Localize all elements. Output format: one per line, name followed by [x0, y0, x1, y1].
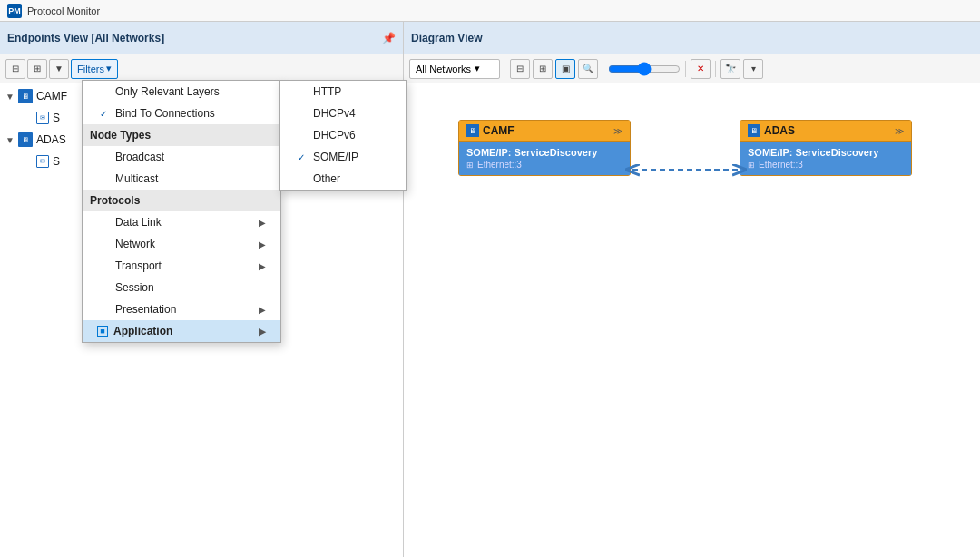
- bind-connections-label: Bind To Connections: [115, 107, 215, 120]
- menu-item-only-relevant[interactable]: Only Relevant Layers: [83, 81, 280, 103]
- menu-item-application[interactable]: ■ Application ▶: [83, 320, 280, 342]
- diagram-panel-header: Diagram View: [404, 22, 980, 54]
- menu-item-network[interactable]: Network ▶: [83, 233, 280, 255]
- endpoints-panel-header: Endpoints View [All Networks] 📌: [0, 22, 403, 54]
- someip-check: ✓: [295, 151, 308, 163]
- diagram-node-adas[interactable]: 🖥 ADAS ≫ SOME/IP: ServiceDiscovery ⊞ Eth…: [740, 120, 912, 176]
- submenu-item-dhcpv4[interactable]: DHCPv4: [280, 103, 406, 124]
- adas-expand-btn[interactable]: ≫: [895, 126, 904, 136]
- presentation-arrow-icon: ▶: [259, 305, 266, 315]
- diagram-grid-button[interactable]: ⊞: [533, 59, 553, 79]
- adas-s-expand-icon: [22, 155, 34, 168]
- only-relevant-label: Only Relevant Layers: [115, 85, 220, 98]
- submenu-item-dhcpv6[interactable]: DHCPv6: [280, 124, 406, 146]
- protocols-section-header: Protocols: [83, 190, 280, 211]
- dhcpv6-label: DHCPv6: [313, 129, 356, 142]
- submenu-item-someip[interactable]: ✓ SOME/IP: [280, 146, 406, 168]
- session-label: Session: [115, 281, 154, 294]
- data-link-check: [97, 216, 110, 229]
- adas-header-icon: 🖥: [748, 124, 760, 137]
- application-check-box: ■: [97, 326, 108, 337]
- camf-node-content: SOME/IP: ServiceDiscovery ⊞ Ethernet::3: [459, 142, 630, 175]
- close-button[interactable]: ✕: [691, 59, 710, 79]
- collapse-all-button[interactable]: ⊟: [5, 59, 25, 79]
- search-icon: 🔍: [583, 64, 593, 73]
- multicast-label: Multicast: [115, 172, 158, 185]
- application-arrow-icon: ▶: [259, 327, 266, 337]
- adas-node-header: 🖥 ADAS ≫: [740, 121, 911, 142]
- expand-all-button[interactable]: ⊞: [27, 59, 47, 79]
- camf-node-title: CAMF: [483, 124, 514, 137]
- menu-item-transport[interactable]: Transport ▶: [83, 255, 280, 277]
- adas-node-icon: 🖥: [18, 132, 33, 147]
- filters-dropdown-menu: Only Relevant Layers ✓ Bind To Connectio…: [82, 80, 281, 343]
- menu-item-multicast[interactable]: Multicast: [83, 168, 280, 190]
- right-panel: Diagram View All Networks ▾ ⊟ ⊞ ▣ 🔍: [404, 22, 980, 557]
- diagram-search-button[interactable]: 🔍: [578, 59, 598, 79]
- adas-protocol-label: SOME/IP: ServiceDiscovery: [748, 147, 904, 158]
- camf-expand-icon[interactable]: ▼: [4, 90, 16, 103]
- toolbar-separator-3: [685, 61, 686, 77]
- session-check: [97, 281, 110, 294]
- network-label: Network: [115, 238, 155, 250]
- diagram-panel-title: Diagram View: [411, 32, 482, 44]
- submenu-item-other[interactable]: Other: [280, 168, 406, 190]
- data-link-label: Data Link: [115, 216, 162, 229]
- someip-label: SOME/IP: [313, 151, 358, 163]
- menu-item-broadcast[interactable]: Broadcast: [83, 146, 280, 168]
- filters-arrow-icon: ▾: [106, 63, 112, 74]
- network-check: [97, 238, 110, 250]
- binoculars-button[interactable]: 🔭: [720, 59, 740, 79]
- menu-item-data-link[interactable]: Data Link ▶: [83, 211, 280, 233]
- filters-label: Filters: [77, 64, 104, 74]
- network-dropdown-arrow-icon: ▾: [475, 63, 480, 74]
- filter-icon-button[interactable]: ▼: [49, 59, 69, 79]
- adas-s-icon: ✉: [36, 155, 49, 168]
- binoculars-dropdown-button[interactable]: ▾: [743, 59, 763, 79]
- other-check: [295, 172, 308, 185]
- menu-item-session[interactable]: Session: [83, 277, 280, 298]
- diagram-node-camf[interactable]: 🖥 CAMF ≫ SOME/IP: ServiceDiscovery ⊞ Eth…: [458, 120, 631, 176]
- other-label: Other: [313, 172, 340, 185]
- bind-connections-check: ✓: [97, 107, 110, 120]
- adas-node-title: ADAS: [764, 124, 795, 137]
- adas-s-label: S: [53, 155, 60, 168]
- endpoint-icon: ⊟: [516, 64, 524, 73]
- submenu-item-http[interactable]: HTTP: [280, 81, 406, 103]
- data-link-arrow-icon: ▶: [259, 218, 266, 228]
- application-label: Application: [113, 325, 172, 337]
- menu-item-presentation[interactable]: Presentation ▶: [83, 298, 280, 320]
- view-icon: ▣: [562, 64, 570, 73]
- app-title: Protocol Monitor: [27, 5, 100, 16]
- camf-protocol-label: SOME/IP: ServiceDiscovery: [466, 147, 622, 158]
- camf-sub-label: ⊞ Ethernet::3: [466, 160, 622, 170]
- adas-sub-label: ⊞ Ethernet::3: [748, 160, 904, 170]
- diagram-canvas: 🖥 CAMF ≫ SOME/IP: ServiceDiscovery ⊞ Eth…: [404, 83, 980, 557]
- camf-label: CAMF: [36, 90, 67, 103]
- network-dropdown[interactable]: All Networks ▾: [409, 59, 500, 79]
- presentation-check: [97, 303, 110, 316]
- diagram-view-button[interactable]: ▣: [555, 59, 575, 79]
- adas-expand-icon[interactable]: ▼: [4, 133, 16, 146]
- node-types-section-header: Node Types: [83, 124, 280, 146]
- multicast-check: [97, 172, 110, 185]
- http-label: HTTP: [313, 85, 341, 98]
- network-dropdown-value: All Networks: [416, 64, 471, 74]
- dhcpv6-check: [295, 129, 308, 142]
- funnel-icon: ▼: [54, 64, 64, 73]
- network-arrow-icon: ▶: [259, 239, 266, 249]
- menu-item-bind-connections[interactable]: ✓ Bind To Connections: [83, 103, 280, 124]
- toolbar-separator-4: [715, 61, 716, 77]
- filters-dropdown-button[interactable]: Filters ▾: [71, 59, 118, 79]
- diagram-endpoint-button[interactable]: ⊟: [510, 59, 530, 79]
- adas-node-content: SOME/IP: ServiceDiscovery ⊞ Ethernet::3: [740, 142, 911, 175]
- application-submenu: HTTP DHCPv4 DHCPv6 ✓ SOME/IP Other: [279, 80, 407, 191]
- expand-icon: ⊞: [34, 64, 41, 73]
- dhcpv4-label: DHCPv4: [313, 107, 356, 120]
- pin-icon[interactable]: 📌: [382, 32, 396, 44]
- camf-expand-btn[interactable]: ≫: [613, 126, 622, 136]
- zoom-slider[interactable]: [608, 62, 681, 76]
- camf-s-label: S: [53, 112, 60, 124]
- close-icon: ✕: [697, 64, 704, 73]
- toolbar-separator-2: [603, 61, 603, 77]
